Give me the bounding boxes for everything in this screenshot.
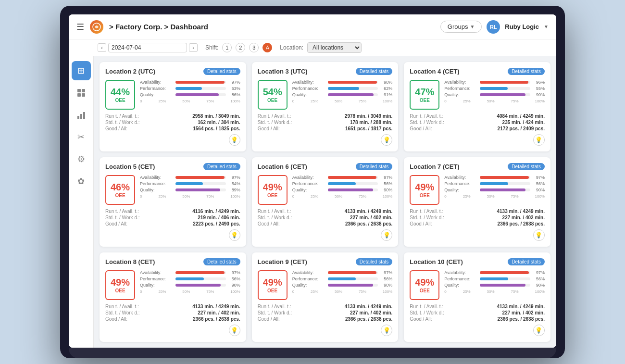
location-card-loc9: Location 9 (CET) Detailed stats 49% OEE … (252, 252, 399, 342)
prev-date-button[interactable]: ‹ (98, 43, 106, 52)
card-stats: Run t. / Avail. t.: 4133 min. / 4249 min… (258, 209, 393, 226)
quality-bar (480, 284, 525, 287)
quality-label: Quality: (444, 188, 477, 192)
availability-label: Availability: (140, 175, 173, 180)
bar-scale: 025%50%75%100% (140, 289, 240, 294)
quality-value: 90% (229, 283, 240, 288)
shift-3-button[interactable]: 3 (249, 43, 259, 52)
groups-dropdown[interactable]: Groups ▼ (440, 21, 482, 33)
std-t-label: Std. t. / Work d.: (105, 215, 172, 220)
good-all-value: 1651 pcs. / 1817 pcs. (325, 126, 392, 131)
next-date-button[interactable]: › (189, 43, 198, 52)
detailed-stats-button[interactable]: Detailed stats (356, 258, 393, 265)
lightbulb-button[interactable]: 💡 (229, 325, 240, 336)
quality-bar (328, 188, 373, 191)
availability-row: Availability: 97% (292, 270, 393, 275)
availability-value: 97% (229, 80, 240, 85)
performance-bar (328, 277, 356, 280)
shift-1-button[interactable]: 1 (222, 43, 232, 52)
run-t-label: Run t. / Avail. t.: (410, 209, 476, 214)
card-header: Location 5 (CET) Detailed stats (105, 163, 240, 170)
performance-row: Performance: 62% (292, 86, 393, 91)
quality-row: Quality: 91% (292, 92, 393, 97)
quality-label: Quality: (292, 188, 325, 192)
card-footer: 💡 (105, 134, 240, 146)
svg-rect-5 (77, 116, 79, 119)
std-t-label: Std. t. / Work d.: (258, 310, 325, 315)
sidebar-item-charts[interactable] (72, 105, 91, 125)
card-title: Location 7 (CET) (410, 163, 459, 170)
sidebar-item-panels[interactable] (72, 83, 91, 102)
lightbulb-button[interactable]: 💡 (533, 325, 545, 336)
sidebar-item-integrations[interactable]: ✿ (72, 172, 91, 191)
oee-box: 44% OEE (105, 80, 135, 110)
card-header: Location 9 (CET) Detailed stats (258, 258, 393, 265)
run-t-label: Run t. / Avail. t.: (410, 304, 476, 309)
quality-bar (328, 93, 374, 96)
performance-row: Performance: 56% (444, 181, 545, 186)
oee-box: 54% OEE (258, 80, 288, 110)
oee-percent: 47% (415, 87, 434, 97)
lightbulb-button[interactable]: 💡 (533, 229, 545, 241)
quality-bar (480, 93, 525, 96)
card-header: Location 7 (CET) Detailed stats (410, 163, 545, 170)
quality-bar (175, 284, 221, 287)
availability-label: Availability: (140, 80, 173, 85)
quality-label: Quality: (444, 92, 477, 97)
lightbulb-button[interactable]: 💡 (381, 229, 392, 241)
sidebar-item-tools[interactable]: ✂ (72, 127, 91, 147)
lightbulb-button[interactable]: 💡 (381, 134, 392, 146)
detailed-stats-button[interactable]: Detailed stats (203, 163, 240, 170)
detailed-stats-button[interactable]: Detailed stats (508, 68, 545, 75)
oee-box: 49% OEE (410, 175, 439, 205)
card-footer: 💡 (105, 229, 240, 241)
detailed-stats-button[interactable]: Detailed stats (508, 163, 545, 170)
performance-bar-container (328, 182, 378, 185)
detailed-stats-button[interactable]: Detailed stats (203, 68, 240, 75)
bar-scale: 025%50%75%100% (292, 194, 393, 199)
card-title: Location 10 (CET) (410, 258, 463, 265)
sidebar-item-settings[interactable]: ⚙ (72, 150, 91, 169)
card-title: Location 2 (UTC) (105, 68, 155, 75)
quality-row: Quality: 90% (444, 92, 545, 97)
performance-bar (175, 87, 202, 90)
performance-label: Performance: (140, 181, 173, 186)
performance-bar (480, 87, 508, 90)
lightbulb-button[interactable]: 💡 (229, 134, 240, 146)
quality-value: 90% (533, 188, 545, 192)
performance-bar-container (175, 87, 226, 90)
detailed-stats-button[interactable]: Detailed stats (356, 68, 393, 75)
date-navigation: ‹ › (98, 43, 198, 52)
date-input[interactable] (108, 43, 187, 52)
detailed-stats-button[interactable]: Detailed stats (356, 163, 393, 170)
availability-label: Availability: (292, 270, 325, 275)
shift-a-button[interactable]: A (262, 43, 272, 52)
user-menu-chevron-icon[interactable]: ▼ (544, 24, 549, 29)
svg-rect-1 (77, 89, 81, 92)
good-all-value: 2366 pcs. / 2638 pcs. (478, 316, 545, 322)
menu-icon[interactable]: ☰ (76, 22, 84, 32)
location-select[interactable]: All locations (307, 42, 362, 53)
oee-percent: 49% (111, 277, 130, 287)
performance-bar (480, 277, 508, 280)
performance-label: Performance: (140, 276, 173, 281)
oee-percent: 54% (263, 87, 282, 97)
lightbulb-button[interactable]: 💡 (381, 325, 392, 336)
metrics-area: Availability: 97% Performance: 56% Quali… (444, 175, 545, 205)
detailed-stats-button[interactable]: Detailed stats (203, 258, 240, 265)
lightbulb-button[interactable]: 💡 (229, 229, 240, 241)
run-t-label: Run t. / Avail. t.: (105, 304, 172, 309)
std-t-label: Std. t. / Work d.: (258, 215, 325, 220)
oee-percent: 49% (263, 182, 282, 192)
quality-bar-container (175, 93, 226, 96)
good-all-value: 1564 pcs. / 1825 pcs. (173, 126, 240, 131)
performance-bar-container (328, 277, 378, 280)
card-stats: Run t. / Avail. t.: 4133 min. / 4249 min… (258, 304, 393, 322)
performance-bar (328, 182, 356, 185)
lightbulb-button[interactable]: 💡 (533, 134, 545, 146)
bar-scale: 025%50%75%100% (140, 194, 240, 199)
std-t-label: Std. t. / Work d.: (105, 120, 172, 125)
detailed-stats-button[interactable]: Detailed stats (508, 258, 545, 265)
shift-2-button[interactable]: 2 (236, 43, 245, 52)
sidebar-item-dashboard[interactable]: ⊞ (72, 61, 91, 80)
